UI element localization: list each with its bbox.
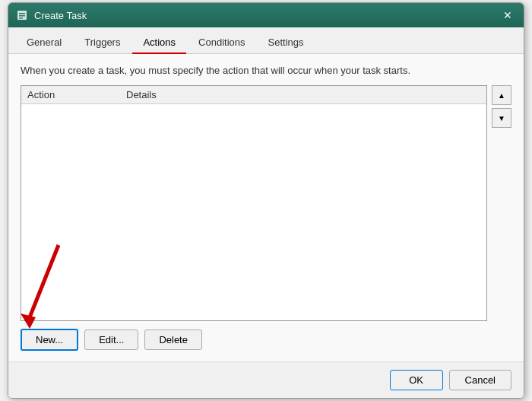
tab-content: When you create a task, you must specify…: [8, 54, 524, 361]
close-button[interactable]: ✕: [499, 7, 516, 24]
title-bar: Create Task ✕: [8, 3, 524, 27]
tab-conditions[interactable]: Conditions: [188, 32, 255, 54]
move-down-button[interactable]: ▼: [492, 108, 511, 128]
table-area: Action Details ▲ ▼: [21, 85, 511, 321]
edit-button[interactable]: Edit...: [84, 329, 138, 350]
side-buttons: ▲ ▼: [492, 85, 511, 128]
move-up-button[interactable]: ▲: [492, 85, 511, 105]
svg-rect-1: [19, 13, 25, 14]
svg-rect-3: [19, 18, 23, 19]
tab-triggers[interactable]: Triggers: [74, 32, 131, 54]
new-button[interactable]: New...: [21, 329, 78, 351]
description-text: When you create a task, you must specify…: [21, 65, 511, 76]
table-body: [21, 104, 486, 310]
dialog-title: Create Task: [34, 10, 87, 21]
column-action: Action: [27, 89, 126, 100]
dialog-footer: OK Cancel: [8, 361, 524, 398]
svg-rect-2: [19, 15, 25, 17]
delete-button[interactable]: Delete: [144, 329, 202, 350]
tab-settings[interactable]: Settings: [258, 32, 315, 54]
actions-table: Action Details: [21, 85, 487, 321]
title-bar-left: Create Task: [16, 9, 87, 21]
tab-general[interactable]: General: [16, 32, 72, 54]
create-task-dialog: Create Task ✕ General Triggers Actions C…: [8, 2, 524, 399]
table-header: Action Details: [21, 86, 486, 104]
cancel-button[interactable]: Cancel: [449, 370, 511, 390]
tab-actions[interactable]: Actions: [132, 32, 186, 54]
tab-bar: General Triggers Actions Conditions Sett…: [8, 27, 524, 54]
ok-button[interactable]: OK: [390, 370, 443, 390]
task-icon: [16, 9, 28, 21]
column-details: Details: [126, 89, 480, 100]
action-buttons-row: New... Edit... Delete: [21, 329, 511, 351]
